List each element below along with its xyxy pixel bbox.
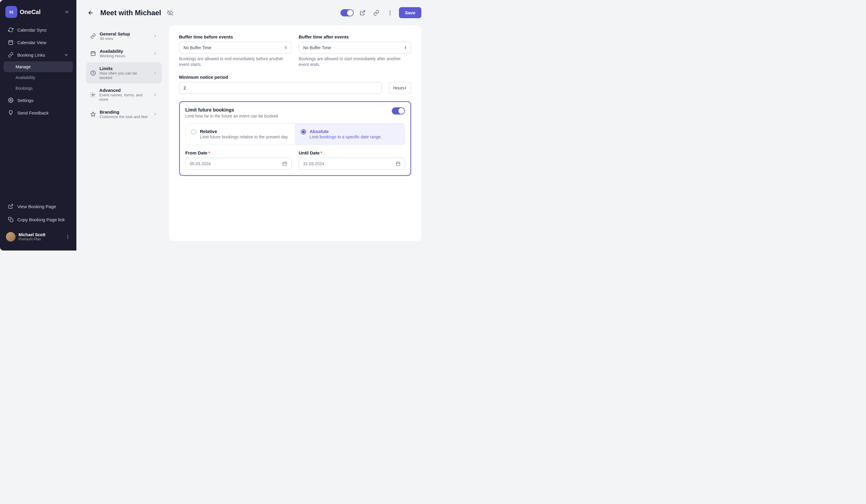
- date-value: 05.03.2024: [190, 161, 211, 166]
- tab-label: General Setup: [100, 31, 130, 36]
- nav-calendar-view[interactable]: Calendar View: [3, 36, 73, 48]
- nav-label: Copy Booking Page link: [17, 217, 65, 222]
- tab-general-setup[interactable]: General Setup30 mins: [86, 28, 162, 44]
- select-value: Hours: [393, 85, 404, 90]
- radio-relative[interactable]: Relative Limit future bookings relative …: [186, 124, 295, 145]
- calendar-icon: [90, 50, 96, 56]
- nav-settings[interactable]: Settings: [3, 94, 73, 106]
- back-button[interactable]: [86, 8, 96, 18]
- tab-label: Advanced: [99, 88, 149, 93]
- until-date-input[interactable]: 31.03.2024: [299, 158, 405, 170]
- eye-off-icon: [167, 10, 173, 16]
- caret-sort-icon: ▲▼: [404, 86, 407, 90]
- min-notice-label: Minimum notice period: [179, 75, 411, 80]
- tab-label: Availability: [100, 49, 125, 54]
- nav-sub-label: Bookings: [15, 86, 33, 91]
- buffer-before-help: Bookings are allowed to end immediately …: [179, 56, 291, 67]
- nav-label: Calendar Sync: [17, 27, 46, 33]
- select-value: No Buffer Time: [303, 45, 331, 50]
- min-notice-input[interactable]: [179, 82, 382, 94]
- buffer-before-select[interactable]: No Buffer Time ▲▼: [179, 42, 291, 54]
- view-booking-page-button[interactable]: View Booking Page: [3, 201, 73, 212]
- user-name: Michael Scott: [19, 232, 45, 237]
- nav-calendar-sync[interactable]: Calendar Sync: [3, 24, 73, 36]
- date-value: 31.03.2024: [303, 161, 324, 166]
- chevron-right-icon: [153, 71, 157, 76]
- publish-toggle[interactable]: [341, 9, 354, 16]
- tab-sublabel: 30 mins: [100, 36, 130, 41]
- tab-label: Limits: [99, 66, 149, 71]
- svg-point-8: [67, 238, 68, 239]
- nav-sub-label: Manage: [15, 65, 31, 69]
- tab-sublabel: How often you can be booked: [99, 71, 149, 80]
- buffer-after-label: Buffer time after events: [299, 34, 411, 39]
- svg-point-11: [389, 14, 390, 15]
- gear-icon: [8, 97, 14, 103]
- nav-label: View Booking Page: [17, 204, 56, 209]
- buffer-after-help: Bookings are allowed to start immediatel…: [299, 56, 411, 67]
- svg-point-4: [10, 100, 12, 101]
- svg-rect-23: [396, 162, 400, 165]
- more-button[interactable]: [385, 8, 395, 18]
- calendar-icon: [8, 39, 14, 45]
- avatar: [6, 232, 15, 242]
- chevron-right-icon: [153, 34, 157, 38]
- svg-point-17: [92, 94, 94, 95]
- user-profile[interactable]: Michael Scott Premium Plan: [3, 229, 73, 244]
- save-button[interactable]: Save: [399, 7, 421, 18]
- limit-future-bookings-section: Limit future bookings Limit how far in t…: [179, 101, 411, 176]
- svg-point-7: [67, 237, 68, 237]
- user-plan: Premium Plan: [19, 237, 45, 241]
- nav-send-feedback[interactable]: Send Feedback: [3, 107, 73, 119]
- user-more-button[interactable]: [65, 234, 70, 240]
- nav-sub-label: Availability: [15, 75, 35, 80]
- min-notice-unit-select[interactable]: Hours ▲▼: [389, 82, 411, 94]
- gear-icon: [90, 92, 96, 98]
- tab-label: Branding: [100, 110, 147, 115]
- limit-future-title: Limit future bookings: [185, 107, 278, 113]
- svg-rect-19: [283, 162, 287, 165]
- nav-sub-manage[interactable]: Manage: [3, 61, 73, 72]
- tab-advanced[interactable]: AdvancedEvent names, forms, and more: [86, 84, 162, 105]
- collapse-sidebar-button[interactable]: [63, 8, 71, 16]
- nav-sub-bookings[interactable]: Bookings: [3, 83, 73, 94]
- nav-label: Calendar View: [17, 40, 46, 45]
- radio-desc: Limit bookings to a specific date range.: [310, 135, 382, 139]
- tab-availability[interactable]: AvailabilityWorking Hours: [86, 45, 162, 62]
- radio-title: Absolute: [310, 129, 382, 134]
- sync-icon: [8, 27, 14, 33]
- calendar-icon: [396, 161, 400, 166]
- chevron-right-icon: [153, 92, 157, 97]
- svg-rect-12: [91, 51, 95, 56]
- nav-booking-links[interactable]: Booking Links: [3, 49, 73, 61]
- limit-future-toggle[interactable]: [392, 107, 405, 115]
- copy-booking-link-button[interactable]: Copy Booking Page link: [3, 214, 73, 226]
- tab-limits[interactable]: LimitsHow often you can be booked: [86, 62, 162, 83]
- external-link-icon: [8, 203, 14, 209]
- copy-link-button[interactable]: [371, 8, 381, 18]
- buffer-after-select[interactable]: No Buffer Time ▲▼: [299, 42, 411, 54]
- logo-mark: 01: [5, 6, 17, 18]
- tab-sublabel: Working Hours: [100, 54, 125, 58]
- radio-title: Relative: [200, 129, 289, 134]
- min-notice-value[interactable]: [184, 85, 377, 90]
- from-date-input[interactable]: 05.03.2024: [185, 158, 291, 170]
- radio-dot: [301, 129, 306, 135]
- radio-desc: Limit future bookings relative to the pr…: [200, 135, 289, 139]
- buffer-before-label: Buffer time before events: [179, 34, 291, 39]
- radio-absolute[interactable]: Absolute Limit bookings to a specific da…: [295, 124, 405, 145]
- open-external-button[interactable]: [358, 8, 367, 18]
- svg-point-9: [389, 10, 390, 11]
- nav-label: Settings: [17, 98, 33, 103]
- until-date-label: Until Date*: [299, 150, 405, 156]
- radio-dot: [191, 129, 196, 135]
- limit-future-sub: Limit how far in the future an event can…: [185, 114, 278, 118]
- nav-label: Booking Links: [17, 53, 45, 58]
- chevron-right-icon: [153, 112, 157, 117]
- tab-branding[interactable]: BrandingCustomize the look and feel: [86, 106, 162, 123]
- tab-sublabel: Event names, forms, and more: [99, 93, 149, 102]
- nav-sub-availability[interactable]: Availability: [3, 72, 73, 83]
- calendar-icon: [282, 161, 287, 166]
- nav-label: Send Feedback: [17, 110, 49, 115]
- select-value: No Buffer Time: [184, 45, 211, 50]
